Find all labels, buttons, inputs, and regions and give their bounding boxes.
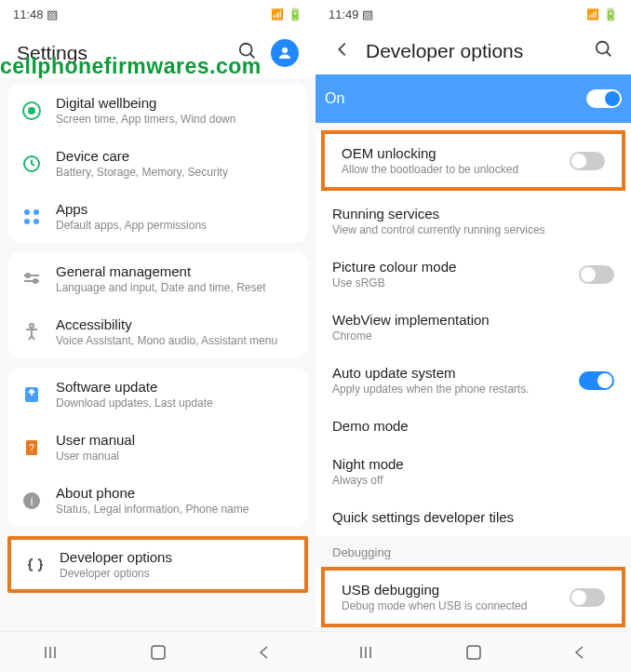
manual-icon: ? (20, 437, 43, 459)
status-time: 11:49 ▧ (329, 7, 373, 21)
dev-item-oem-unlocking[interactable]: OEM unlockingAllow the bootloader to be … (325, 134, 622, 187)
item-title: Demo mode (332, 418, 614, 434)
settings-item-update[interactable]: Software updateDownload updates, Last up… (7, 368, 308, 421)
settings-item-accessibility[interactable]: AccessibilityVoice Assistant, Mono audio… (7, 305, 308, 358)
dev-item-auto-update[interactable]: Auto update systemApply updates when the… (316, 354, 631, 407)
item-title: Quick settings developer tiles (332, 509, 614, 525)
svg-point-4 (29, 108, 34, 114)
item-subtitle: View and control currently running servi… (332, 223, 614, 236)
apps-icon (20, 206, 43, 228)
dev-item-quick-settings[interactable]: Quick settings developer tiles (316, 498, 631, 536)
status-bar: 11:48 ▧ 📶🔋 (0, 0, 316, 28)
svg-point-9 (34, 219, 39, 224)
item-title: OEM unlocking (342, 145, 558, 161)
watermark-text: cellphonefirmwares.com (0, 54, 262, 79)
item-title: Device care (56, 148, 295, 164)
item-subtitle: Battery, Storage, Memory, Security (56, 166, 295, 179)
settings-item-developer[interactable]: Developer optionsDeveloper options (11, 540, 304, 589)
settings-item-general[interactable]: General managementLanguage and input, Da… (7, 252, 308, 305)
item-title: Night mode (332, 456, 614, 472)
picture-toggle[interactable] (579, 265, 614, 284)
svg-point-7 (34, 209, 39, 215)
settings-item-manual[interactable]: ? User manualUser manual (7, 421, 308, 474)
svg-point-2 (282, 47, 288, 53)
item-subtitle: Language and input, Date and time, Reset (56, 281, 295, 294)
item-title: WebView implementation (332, 312, 614, 328)
developer-list: On OEM unlockingAllow the bootloader to … (316, 74, 631, 631)
usb-debug-toggle[interactable] (570, 588, 605, 607)
item-subtitle: Apply updates when the phone restarts. (332, 383, 568, 396)
about-icon: i (20, 490, 43, 512)
svg-point-24 (597, 42, 609, 54)
svg-text:i: i (31, 495, 34, 508)
update-icon (20, 383, 43, 406)
item-title: Software update (56, 379, 295, 395)
nav-back[interactable] (250, 639, 276, 665)
svg-point-12 (26, 274, 30, 277)
page-title: Developer options (366, 40, 581, 62)
master-toggle-row[interactable]: On (316, 74, 631, 123)
svg-line-25 (607, 52, 611, 57)
status-bar: 11:49 ▧ 📶🔋 (316, 0, 631, 28)
master-toggle[interactable] (586, 89, 622, 108)
svg-point-6 (24, 209, 30, 215)
nav-home[interactable] (461, 639, 487, 665)
nav-home[interactable] (145, 639, 171, 665)
item-subtitle: Developer options (60, 567, 291, 580)
item-subtitle: Screen time, App timers, Wind down (56, 113, 295, 126)
dev-item-demo-mode[interactable]: Demo mode (316, 407, 631, 445)
item-subtitle: Voice Assistant, Mono audio, Assistant m… (56, 334, 295, 347)
developer-header: Developer options (316, 28, 631, 74)
item-subtitle: Download updates, Last update (56, 396, 295, 410)
general-icon (20, 268, 43, 290)
dev-item-night-mode[interactable]: Night modeAlways off (316, 445, 631, 498)
settings-item-apps[interactable]: AppsDefault apps, App permissions (7, 190, 308, 243)
item-subtitle: Debug mode when USB is connected (342, 599, 558, 612)
status-icons: 📶🔋 (586, 7, 618, 21)
nav-recents[interactable] (40, 639, 66, 665)
accessibility-icon (20, 321, 43, 343)
item-title: General management (56, 263, 295, 279)
item-title: Developer options (60, 549, 291, 565)
dev-item-webview[interactable]: WebView implementationChrome (316, 301, 631, 354)
item-subtitle: Use sRGB (332, 276, 568, 289)
dev-item-running-services[interactable]: Running servicesView and control current… (316, 195, 631, 248)
oem-toggle[interactable] (570, 152, 605, 170)
developer-options-screen: 11:49 ▧ 📶🔋 Developer options On OEM unlo… (316, 0, 631, 672)
nav-bar (316, 631, 631, 672)
svg-point-8 (24, 219, 30, 224)
status-time: 11:48 ▧ (13, 7, 58, 21)
back-icon[interactable] (332, 39, 353, 63)
search-icon[interactable] (594, 39, 614, 63)
item-subtitle: User manual (56, 450, 295, 463)
item-subtitle: Chrome (332, 329, 614, 343)
item-subtitle: Default apps, App permissions (56, 219, 295, 232)
item-subtitle: Status, Legal information, Phone name (56, 503, 295, 516)
nav-back[interactable] (566, 639, 592, 665)
dev-item-usb-debugging[interactable]: USB debuggingDebug mode when USB is conn… (325, 571, 622, 624)
item-title: Auto update system (332, 365, 568, 381)
svg-text:?: ? (29, 443, 34, 453)
auto-update-toggle[interactable] (579, 371, 614, 390)
item-title: User manual (56, 432, 295, 448)
developer-icon (24, 554, 47, 576)
item-title: Apps (56, 201, 295, 217)
nav-recents[interactable] (356, 639, 382, 665)
svg-point-14 (30, 324, 34, 328)
item-subtitle: Always off (332, 474, 614, 487)
item-title: USB debugging (342, 582, 558, 598)
item-title: Digital wellbeing (56, 95, 295, 111)
profile-icon[interactable] (271, 39, 299, 67)
settings-item-wellbeing[interactable]: Digital wellbeingScreen time, App timers… (7, 84, 308, 137)
svg-point-13 (34, 279, 37, 283)
settings-item-about[interactable]: i About phoneStatus, Legal information, … (7, 474, 308, 527)
settings-item-devicecare[interactable]: Device careBattery, Storage, Memory, Sec… (7, 137, 308, 190)
nav-bar (0, 631, 316, 672)
master-toggle-label: On (325, 90, 344, 107)
section-debugging: Debugging (316, 536, 631, 563)
item-title: Running services (332, 206, 614, 222)
dev-item-picture-colour[interactable]: Picture colour modeUse sRGB (316, 248, 631, 301)
settings-screen: 11:48 ▧ 📶🔋 Settings Digital wellbeingScr… (0, 0, 316, 672)
item-title: Accessibility (56, 316, 295, 332)
wellbeing-icon (20, 100, 43, 122)
